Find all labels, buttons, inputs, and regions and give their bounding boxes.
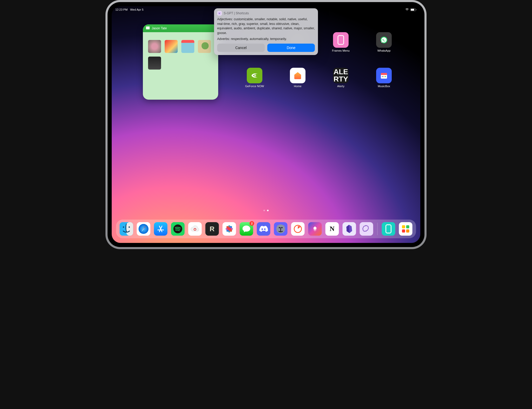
svg-point-41 bbox=[282, 225, 284, 227]
svg-rect-45 bbox=[386, 225, 391, 233]
messages-badge: 2 bbox=[250, 221, 254, 226]
album-thumb[interactable] bbox=[198, 40, 211, 53]
whatsapp-icon bbox=[376, 32, 392, 48]
dock-app-photos[interactable] bbox=[223, 222, 236, 236]
page-indicator[interactable] bbox=[263, 210, 269, 211]
dock: R 2 N bbox=[116, 220, 416, 238]
svg-point-9 bbox=[382, 76, 383, 77]
app-home[interactable]: Home bbox=[277, 68, 318, 88]
app-frames-menu[interactable]: Frames Menu bbox=[320, 32, 362, 52]
dock-app-multitasking[interactable] bbox=[399, 222, 413, 236]
dock-app-obsidian[interactable] bbox=[343, 222, 356, 236]
dock-app-brain[interactable] bbox=[360, 222, 373, 236]
screen: 12:23 PM Wed Apr 5 bbox=[112, 6, 420, 243]
svg-point-10 bbox=[383, 76, 384, 77]
ipad-frame: 12:23 PM Wed Apr 5 bbox=[105, 0, 427, 249]
app-label: Home bbox=[294, 85, 301, 88]
status-date: Wed Apr 5 bbox=[130, 8, 143, 11]
app-geforce-now[interactable]: GeForce NOW bbox=[234, 68, 275, 88]
alerty-icon: ALE RTY bbox=[333, 68, 349, 83]
dock-app-cloud[interactable] bbox=[188, 222, 202, 236]
app-musicbox[interactable]: MusicBox bbox=[363, 68, 405, 88]
page-dot-active bbox=[267, 210, 269, 211]
home-icon bbox=[290, 68, 305, 83]
svg-point-16 bbox=[129, 227, 130, 228]
album-thumb[interactable] bbox=[148, 40, 161, 53]
svg-rect-3 bbox=[338, 36, 344, 44]
app-label: GeForce NOW bbox=[245, 85, 264, 88]
svg-rect-14 bbox=[127, 222, 133, 236]
music-widget[interactable]: Jason Tate bbox=[143, 24, 218, 100]
album-thumb[interactable] bbox=[181, 40, 194, 53]
alert-source: S-GPT | Shortcuts bbox=[224, 11, 249, 15]
cancel-button[interactable]: Cancel bbox=[217, 44, 265, 52]
app-label: Alerty bbox=[337, 85, 344, 88]
dock-app-timer[interactable] bbox=[291, 222, 305, 236]
app-label: MusicBox bbox=[378, 85, 390, 88]
svg-rect-49 bbox=[406, 229, 409, 233]
svg-point-15 bbox=[123, 227, 124, 228]
album-thumb[interactable] bbox=[165, 40, 178, 53]
app-whatsapp[interactable]: WhatsApp bbox=[363, 32, 405, 52]
app-label: Frames Menu bbox=[332, 49, 350, 52]
dock-app-safari[interactable] bbox=[137, 222, 150, 236]
dock-app-reeder[interactable]: R bbox=[205, 222, 219, 236]
svg-point-40 bbox=[277, 225, 280, 227]
done-button[interactable]: Done bbox=[267, 44, 315, 52]
dock-separator bbox=[377, 223, 378, 235]
status-time: 12:23 PM bbox=[115, 8, 128, 11]
alerty-line1: ALE bbox=[334, 68, 348, 76]
dock-app-shortcuts[interactable] bbox=[308, 222, 322, 236]
widget-title: Jason Tate bbox=[152, 26, 167, 30]
battery-icon bbox=[410, 8, 417, 11]
svg-rect-46 bbox=[402, 225, 405, 228]
svg-rect-8 bbox=[381, 73, 387, 75]
svg-marker-44 bbox=[347, 225, 350, 233]
device-inner: 12:23 PM Wed Apr 5 bbox=[108, 2, 424, 247]
musicbox-icon bbox=[376, 68, 392, 83]
shortcuts-alert: S-GPT | Shortcuts Adjectives: customizab… bbox=[214, 8, 318, 55]
inbox-icon bbox=[146, 26, 150, 30]
dock-app-notion[interactable]: N bbox=[325, 222, 339, 236]
svg-rect-2 bbox=[416, 9, 416, 10]
alert-body-adverbs: Adverbs: respectively, automatically, te… bbox=[217, 37, 315, 42]
dock-app-messages[interactable]: 2 bbox=[240, 222, 253, 236]
page-dot bbox=[263, 210, 265, 211]
album-thumb[interactable] bbox=[148, 57, 161, 70]
wifi-icon bbox=[405, 8, 409, 11]
shortcuts-app-icon bbox=[217, 11, 222, 16]
svg-point-11 bbox=[385, 76, 386, 77]
dock-app-files[interactable] bbox=[120, 222, 133, 236]
svg-rect-47 bbox=[406, 225, 409, 228]
alert-body-adjectives: Adjectives: customizable, smaller, notab… bbox=[217, 17, 315, 35]
svg-point-6 bbox=[255, 75, 255, 76]
app-label: WhatsApp bbox=[377, 49, 391, 52]
frames-icon bbox=[333, 32, 349, 48]
app-alerty[interactable]: ALE RTY Alerty bbox=[320, 68, 362, 88]
widget-header: Jason Tate bbox=[143, 24, 218, 32]
svg-rect-1 bbox=[411, 9, 414, 11]
dock-app-discord[interactable] bbox=[257, 222, 270, 236]
dock-app-frames[interactable] bbox=[382, 222, 395, 236]
alerty-line2: RTY bbox=[334, 76, 348, 83]
dock-app-spotify[interactable] bbox=[171, 222, 185, 236]
svg-rect-48 bbox=[402, 229, 405, 233]
widget-body bbox=[143, 32, 218, 75]
dock-app-mastodon[interactable] bbox=[274, 222, 288, 236]
dock-app-appstore[interactable] bbox=[154, 222, 168, 236]
geforce-icon bbox=[247, 68, 262, 83]
